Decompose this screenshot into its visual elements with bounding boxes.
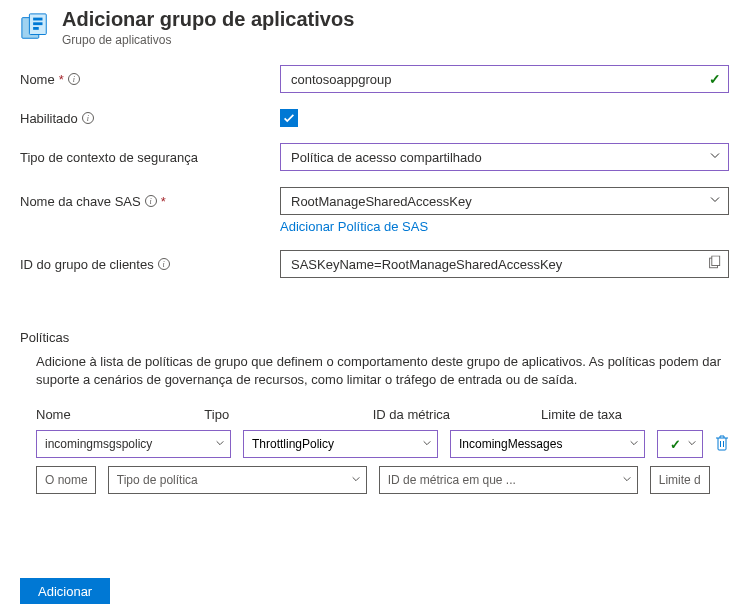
add-sas-policy-link[interactable]: Adicionar Política de SAS — [280, 219, 428, 234]
svg-rect-6 — [712, 256, 720, 266]
security-context-label: Tipo de contexto de segurança — [20, 150, 280, 165]
name-input[interactable] — [280, 65, 729, 93]
policy-type-select[interactable]: ThrottlingPolicy — [243, 430, 438, 458]
info-icon[interactable]: i — [158, 258, 170, 270]
col-header-metric: ID da métrica — [373, 407, 529, 422]
app-group-icon — [20, 12, 50, 42]
svg-rect-3 — [33, 22, 42, 25]
enabled-label: Habilitado i — [20, 111, 280, 126]
security-context-select[interactable]: Política de acesso compartilhado — [280, 143, 729, 171]
svg-rect-4 — [33, 27, 39, 30]
enabled-checkbox[interactable] — [280, 109, 298, 127]
info-icon[interactable]: i — [145, 195, 157, 207]
sas-key-select[interactable]: RootManageSharedAccessKey — [280, 187, 729, 215]
name-label: Nome * i — [20, 72, 280, 87]
page-title: Adicionar grupo de aplicativos — [62, 8, 354, 31]
client-id-label: ID do grupo de clientes i — [20, 257, 280, 272]
policies-description: Adicione à lista de políticas de grupo q… — [0, 353, 749, 407]
policy-name-input[interactable] — [36, 430, 231, 458]
delete-icon[interactable] — [715, 439, 729, 454]
info-icon[interactable]: i — [82, 112, 94, 124]
sas-key-label: Nome da chave SAS i * — [20, 194, 280, 209]
policy-metric-select[interactable]: ID de métrica em que ... — [379, 466, 638, 494]
policy-type-select[interactable]: Tipo de política — [108, 466, 367, 494]
add-button[interactable]: Adicionar — [20, 578, 110, 604]
col-header-type: Tipo — [204, 407, 360, 422]
policy-row: ThrottlingPolicy IncomingMessages ✓ — [36, 430, 729, 458]
client-id-input[interactable] — [280, 250, 729, 278]
policy-rate-input[interactable] — [650, 466, 710, 494]
col-header-name: Nome — [36, 407, 192, 422]
info-icon[interactable]: i — [68, 73, 80, 85]
policy-metric-select[interactable]: IncomingMessages — [450, 430, 645, 458]
valid-check-icon: ✓ — [670, 437, 681, 452]
policies-section-title: Políticas — [0, 294, 749, 353]
svg-rect-2 — [33, 18, 42, 21]
page-subtitle: Grupo de aplicativos — [62, 33, 354, 47]
policy-name-input[interactable] — [36, 466, 96, 494]
policy-row-placeholder: Tipo de política ID de métrica em que ..… — [36, 466, 729, 494]
valid-check-icon: ✓ — [709, 71, 721, 87]
col-header-rate: Limite de taxa — [541, 407, 697, 422]
copy-icon[interactable] — [707, 256, 721, 273]
